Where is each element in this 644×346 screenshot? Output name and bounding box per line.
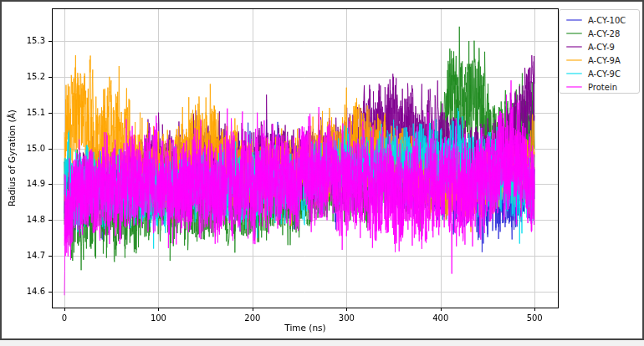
chart-canvas [0, 0, 644, 346]
